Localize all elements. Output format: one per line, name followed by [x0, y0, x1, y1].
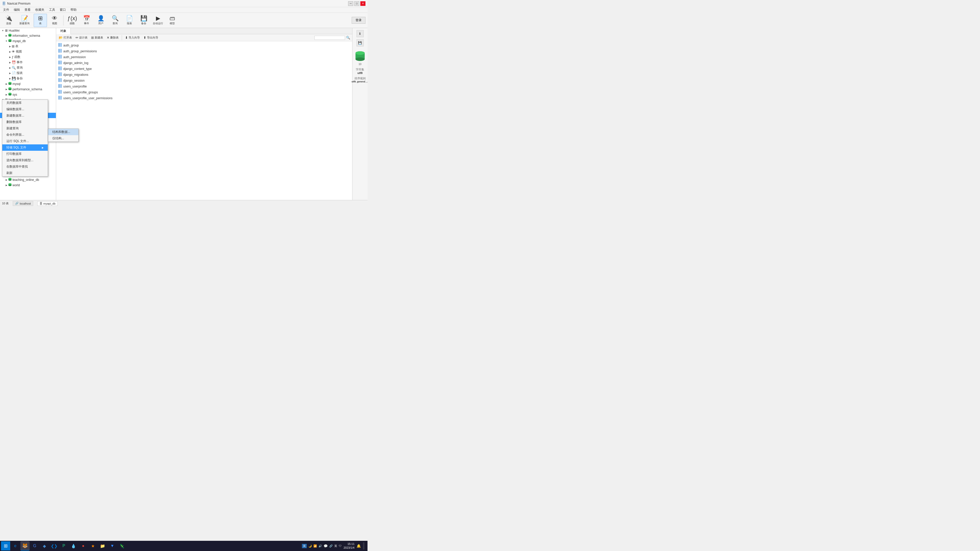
- tree-item[interactable]: ▶world: [0, 183, 56, 188]
- tree-item[interactable]: ▶🔍查询: [0, 65, 56, 70]
- tree-item[interactable]: ▶sys: [0, 92, 56, 97]
- save-button[interactable]: 💾: [356, 39, 364, 46]
- tree-item[interactable]: ▶ƒ函数: [0, 54, 56, 60]
- status-tab-localhost[interactable]: 🔗localhost: [13, 201, 33, 206]
- ctx-label: 命令列界面...: [6, 133, 24, 137]
- action-btn-新建表[interactable]: ⊞新建表: [89, 35, 105, 40]
- ctx-item-转储 SQL 文件[interactable]: 转储 SQL 文件▶: [2, 144, 48, 151]
- table-row[interactable]: auth_group_permissions: [56, 48, 352, 54]
- restore-button[interactable]: □: [354, 1, 360, 6]
- table-row[interactable]: auth_permission: [56, 54, 352, 60]
- action-btn-设计表[interactable]: ✏设计表: [74, 35, 89, 40]
- db-icon-big: [355, 51, 366, 62]
- ctx-item-新建数据库...[interactable]: 新建数据库...: [2, 113, 48, 119]
- ctx-item-编辑数据库...[interactable]: 编辑数据库...: [2, 106, 48, 113]
- expand-arrow[interactable]: ▶: [5, 83, 8, 85]
- svg-point-55: [8, 183, 11, 185]
- expand-arrow[interactable]: ▶: [8, 67, 12, 69]
- tree-item[interactable]: ▶teaching_online_db: [0, 177, 56, 183]
- tree-item[interactable]: ▶📄报表: [0, 70, 56, 76]
- toolbar-btn-connect[interactable]: 🔌连接: [2, 14, 15, 27]
- ctx-item-新建查询[interactable]: 新建查询: [2, 125, 48, 132]
- action-btn-删除表[interactable]: ✕删除表: [105, 35, 120, 40]
- tab-object[interactable]: 对象: [56, 28, 71, 34]
- ctx-item-逆向数据库到模型...[interactable]: 逆向数据库到模型...: [2, 157, 48, 164]
- toolbar-btn-table[interactable]: ⊞表: [34, 14, 47, 27]
- tree-item[interactable]: ▼myapi_db: [0, 38, 56, 44]
- ctx-item-打印数据库[interactable]: 打印数据库: [2, 151, 48, 157]
- svg-point-14: [8, 89, 11, 90]
- action-btn-打开表[interactable]: 📂打开表: [57, 35, 73, 40]
- table-row[interactable]: users_userprofile_groups: [56, 89, 352, 95]
- tree-icon: 🖥: [5, 29, 8, 32]
- expand-arrow[interactable]: ▶: [5, 184, 8, 186]
- tree-item[interactable]: ▶⊞表: [0, 44, 56, 49]
- table-row[interactable]: django_admin_log: [56, 60, 352, 66]
- submenu-item[interactable]: 仅结构...: [48, 135, 78, 141]
- expand-arrow[interactable]: ▶: [8, 72, 12, 75]
- menu-item-编辑[interactable]: 编辑: [12, 7, 22, 13]
- table-row[interactable]: auth_group: [56, 42, 352, 48]
- login-button[interactable]: 登录: [352, 17, 366, 24]
- tree-item[interactable]: ▶mysql: [0, 81, 56, 86]
- expand-arrow[interactable]: ▶: [8, 77, 12, 80]
- view-label: 视图: [52, 22, 57, 25]
- toolbar-btn-backup[interactable]: 💾备份: [137, 14, 150, 27]
- menu-item-查看[interactable]: 查看: [22, 7, 33, 13]
- charset-label: 字符集: [356, 68, 364, 71]
- action-btn-导出向导[interactable]: ⬆导出向导: [142, 35, 160, 40]
- ctx-item-运行 SQL 文件...[interactable]: 运行 SQL 文件...: [2, 138, 48, 144]
- expand-arrow[interactable]: ▶: [8, 45, 12, 48]
- toolbar-btn-event[interactable]: 📅事件: [80, 14, 93, 27]
- menu-item-窗口[interactable]: 窗口: [58, 7, 68, 13]
- menu-item-帮助[interactable]: 帮助: [68, 7, 79, 13]
- minimize-button[interactable]: ─: [348, 1, 353, 6]
- toolbar-btn-query[interactable]: 🔍查询: [108, 14, 122, 27]
- status-bar: 10 表 🔗localhost🗄myapi_db: [0, 200, 368, 206]
- table-row[interactable]: users_userprofile_user_permissions: [56, 95, 352, 101]
- table-row[interactable]: django_content_type: [56, 66, 352, 72]
- close-button[interactable]: ✕: [360, 1, 366, 6]
- expand-arrow[interactable]: ▶: [8, 51, 12, 53]
- tree-item[interactable]: ▶performance_schema: [0, 86, 56, 92]
- search-input[interactable]: [314, 36, 345, 40]
- table-row[interactable]: users_userprofile: [56, 83, 352, 89]
- expand-arrow[interactable]: ▶: [5, 88, 8, 91]
- toolbar-btn-model[interactable]: 🗃模型: [165, 14, 179, 27]
- expand-arrow[interactable]: ▶: [8, 61, 12, 64]
- expand-arrow[interactable]: ▶: [5, 179, 8, 181]
- tree-item[interactable]: ▶⏰事件: [0, 60, 56, 65]
- menu-item-文件[interactable]: 文件: [1, 7, 11, 13]
- toolbar-btn-newquery[interactable]: 📝新建查询: [16, 14, 33, 27]
- menu-item-工具[interactable]: 工具: [47, 7, 57, 13]
- tree-item[interactable]: ▶👁视图: [0, 49, 56, 54]
- ctx-item-关闭数据库[interactable]: 关闭数据库: [2, 100, 48, 106]
- tree-item[interactable]: ▶💾备份: [0, 76, 56, 81]
- toolbar-btn-report[interactable]: 📄报表: [123, 14, 136, 27]
- info-panel: ℹ 💾 10 字符集 utf8 排序规则 utf8_general_...: [352, 28, 368, 200]
- table-row[interactable]: django_session: [56, 78, 352, 83]
- expand-arrow[interactable]: ▼: [5, 40, 8, 42]
- ctx-item-命令列界面...[interactable]: 命令列界面...: [2, 132, 48, 138]
- toolbar-btn-user[interactable]: 👤用户: [94, 14, 107, 27]
- expand-arrow[interactable]: ▶: [8, 56, 12, 59]
- status-tab-myapi_db[interactable]: 🗄myapi_db: [37, 201, 58, 206]
- action-btn-导入向导[interactable]: ⬇导入向导: [124, 35, 142, 40]
- tree-icon: [8, 87, 12, 91]
- table-row[interactable]: django_migrations: [56, 72, 352, 78]
- toolbar-btn-function[interactable]: ƒ(x)函数: [65, 14, 79, 27]
- tree-item[interactable]: ▶information_schema: [0, 33, 56, 38]
- expand-arrow[interactable]: ▼: [1, 29, 5, 32]
- submenu-item[interactable]: 结构和数据...: [48, 129, 78, 135]
- toolbar-btn-autorun[interactable]: ▶自动运行: [151, 14, 165, 27]
- tree-item[interactable]: ▼🖥HuaWei: [0, 28, 56, 33]
- ctx-label: 打印数据库: [6, 152, 22, 156]
- ctx-item-删除数据库[interactable]: 删除数据库: [2, 119, 48, 125]
- info-button[interactable]: ℹ: [356, 30, 364, 37]
- ctx-item-在数据库中查找[interactable]: 在数据库中查找: [2, 164, 48, 170]
- toolbar-btn-view[interactable]: 👁视图: [48, 14, 61, 27]
- expand-arrow[interactable]: ▶: [5, 35, 8, 37]
- expand-arrow[interactable]: ▶: [5, 94, 8, 96]
- ctx-item-刷新[interactable]: 刷新: [2, 170, 48, 176]
- menu-item-收藏夹[interactable]: 收藏夹: [33, 7, 46, 13]
